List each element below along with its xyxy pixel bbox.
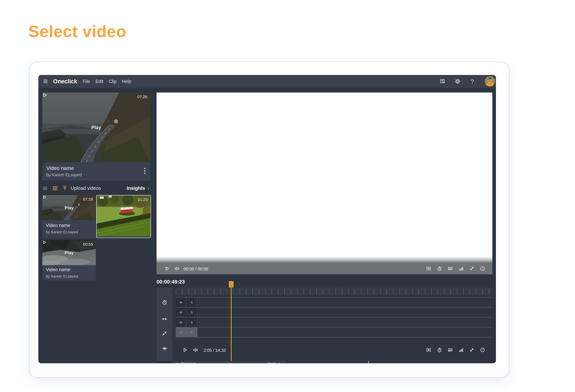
menu-file[interactable]: File	[83, 75, 90, 88]
app-brand: Oneclick	[53, 75, 77, 88]
video-author: by Karem ELsayed	[46, 274, 78, 278]
video-author: by Karem ELsayed	[46, 172, 82, 177]
timeline-pager: Previous Next	[172, 361, 286, 363]
video-card[interactable]: 00:55 Play Video name by Karem ELsayed	[42, 240, 96, 280]
solo-button[interactable]: S	[187, 307, 197, 317]
skip-next-icon	[277, 362, 280, 363]
featured-thumbnail[interactable]: 07:26 Play	[42, 92, 150, 162]
featured-video-card[interactable]: 07:26 Play Video name by Karem ELsayed	[42, 92, 150, 181]
captions-icon[interactable]	[448, 266, 453, 271]
video-thumbnail[interactable]: 01:23	[97, 196, 150, 237]
track-divider	[176, 307, 492, 307]
mute-button[interactable]: M	[176, 307, 187, 317]
app-frame-card: Oneclick File Edit Clip Help ? 07:26 Pla…	[29, 61, 509, 378]
video-thumbnail[interactable]: 00:55 Play	[42, 240, 96, 265]
accessibility-person-icon[interactable]	[426, 266, 431, 271]
kebab-menu-icon[interactable]	[144, 168, 145, 175]
play-icon[interactable]	[165, 266, 170, 271]
zoom-range-icon[interactable]	[162, 316, 167, 322]
feedback-icon[interactable]	[440, 79, 445, 84]
track-divider	[176, 317, 492, 317]
quality-bars-icon[interactable]	[458, 347, 464, 352]
chevron-right-icon: ›	[147, 186, 149, 190]
play-icon[interactable]	[183, 347, 188, 352]
quality-bars-icon[interactable]	[458, 266, 464, 271]
video-title: Video name	[46, 223, 71, 228]
fullscreen-expand-icon[interactable]	[469, 266, 474, 271]
timeline-tools-column	[157, 287, 172, 363]
play-label: Play	[65, 250, 73, 255]
track-divider	[176, 297, 492, 298]
help-icon[interactable]: ?	[471, 75, 474, 88]
avatar[interactable]	[485, 76, 495, 87]
timer-icon[interactable]	[162, 300, 167, 305]
video-title: Video name	[46, 267, 71, 272]
pager-corner-cell	[157, 361, 172, 363]
timeline-timecode: 00:00:49:23	[157, 279, 185, 285]
next-button[interactable]: Next	[267, 361, 280, 363]
library-toolbar: Upload videos Insights ›	[42, 183, 150, 194]
transport-time: 2:05 / 14:32	[204, 348, 226, 352]
previous-button[interactable]: Previous	[176, 361, 196, 363]
help-icon[interactable]	[480, 266, 485, 271]
play-overlay[interactable]: Play	[42, 92, 150, 162]
play-label: Play	[65, 205, 73, 210]
help-icon[interactable]	[480, 347, 485, 352]
grid-view-icon[interactable]	[52, 185, 58, 191]
mute-button[interactable]: M	[176, 317, 187, 327]
pager-marker	[368, 361, 369, 363]
timeline-transport-bar: 2:05 / 14:32	[172, 344, 492, 356]
menu-clip[interactable]: Clip	[109, 75, 117, 88]
mute-button[interactable]: M	[176, 327, 187, 337]
solo-button[interactable]: S	[187, 317, 197, 327]
play-icon	[42, 240, 47, 244]
player-control-bar: 00:00 / 00:00	[157, 263, 492, 274]
volume-icon[interactable]	[193, 347, 198, 352]
timeline-ruler[interactable]	[176, 289, 492, 294]
video-card-selected[interactable]: 01:23	[96, 195, 151, 238]
play-overlay[interactable]: Play	[42, 240, 96, 265]
duration-badge: 01:23	[138, 197, 148, 202]
player-gradient	[157, 256, 492, 263]
app-window: Oneclick File Edit Clip Help ? 07:26 Pla…	[38, 75, 496, 363]
play-icon	[42, 195, 47, 199]
play-overlay[interactable]: Play	[42, 195, 96, 220]
video-card[interactable]: 07:26 Play Video name by Karem ELsayed	[42, 195, 96, 239]
timer-icon[interactable]	[437, 266, 442, 271]
track-divider	[176, 337, 492, 337]
hamburger-icon[interactable]	[43, 79, 48, 84]
captions-icon[interactable]	[448, 347, 453, 352]
player-time: 00:00 / 00:00	[184, 266, 208, 271]
app-header: Oneclick File Edit Clip Help ?	[38, 75, 496, 88]
page-title: Select video	[28, 22, 126, 41]
video-title: Video name	[46, 165, 74, 171]
solo-button[interactable]: S	[187, 327, 197, 337]
solo-button[interactable]: S	[187, 298, 197, 307]
mute-button[interactable]: M	[176, 298, 187, 307]
collapse-icon[interactable]	[162, 331, 167, 336]
page: Select video Oneclick File Edit Clip Hel…	[0, 0, 575, 392]
timer-icon[interactable]	[437, 347, 442, 352]
track-divider	[176, 327, 492, 327]
insights-link[interactable]: Insights ›	[127, 183, 149, 194]
video-player-screen[interactable]	[157, 92, 492, 256]
upload-icon[interactable]	[62, 185, 68, 191]
menu-help[interactable]: Help	[122, 75, 131, 88]
video-thumbnail[interactable]: 07:26 Play	[42, 195, 96, 220]
menu-edit[interactable]: Edit	[96, 75, 103, 88]
settings-gear-icon[interactable]	[455, 79, 460, 84]
playhead-handle[interactable]	[229, 281, 234, 287]
upload-videos-label[interactable]: Upload videos	[71, 185, 101, 191]
list-view-icon[interactable]	[42, 185, 48, 191]
volume-icon[interactable]	[174, 266, 179, 271]
fullscreen-expand-icon[interactable]	[469, 347, 474, 352]
accessibility-person-icon[interactable]	[426, 347, 431, 352]
waveform-icon[interactable]	[162, 346, 167, 351]
play-icon	[42, 92, 48, 98]
video-author: by Karem ELsayed	[46, 230, 78, 234]
skip-previous-icon	[176, 362, 179, 363]
play-label: Play	[91, 125, 101, 130]
